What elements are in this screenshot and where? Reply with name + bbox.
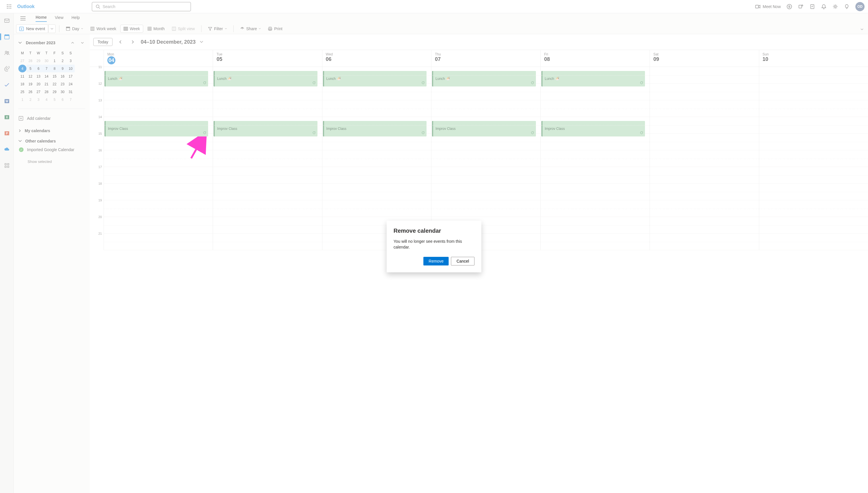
modal-body: You will no longer see events from this … bbox=[393, 239, 475, 250]
modal-title: Remove calendar bbox=[393, 228, 475, 234]
remove-button[interactable]: Remove bbox=[424, 257, 449, 265]
cancel-button[interactable]: Cancel bbox=[451, 257, 475, 265]
modal-overlay: Remove calendar You will no longer see e… bbox=[0, 0, 868, 493]
modal-buttons: Remove Cancel bbox=[393, 257, 475, 265]
remove-calendar-dialog: Remove calendar You will no longer see e… bbox=[387, 221, 481, 272]
